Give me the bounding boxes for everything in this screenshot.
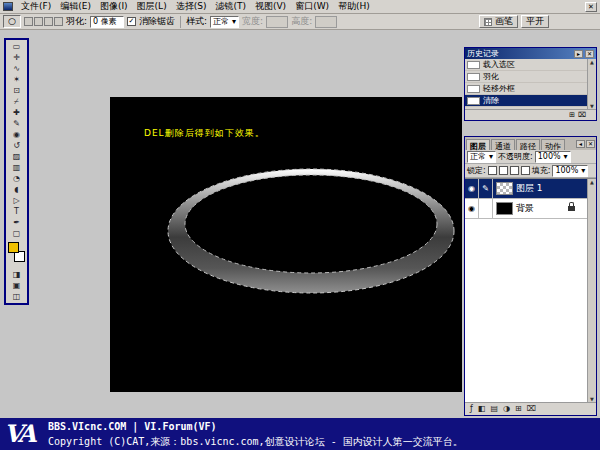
shape-tool-icon[interactable]: ▢	[6, 228, 27, 239]
document-icon	[3, 2, 13, 11]
menu-view[interactable]: 视图(V)	[251, 0, 290, 13]
layers-panel: 图层 通道 路径 动作 ◂ ✕ 正常 ▾ 不透明度: 100% ▾ 锁定: 填充…	[464, 136, 597, 416]
options-bar: ○ 羽化: 0 像素 ✓ 消除锯齿 样式: 正常 ▾ 宽度: 高度: 画笔 平开	[0, 14, 600, 30]
tab-paths[interactable]: 路径	[516, 139, 540, 150]
history-scrollbar[interactable]: ▲ ▼	[587, 59, 596, 109]
layer-name[interactable]: 图层 1	[516, 182, 543, 195]
new-layer-icon[interactable]: ⊞	[515, 403, 522, 415]
lock-all-checkbox[interactable]	[521, 166, 530, 175]
menu-file[interactable]: 文件(F)	[17, 0, 55, 13]
layer-set-icon[interactable]: ▤	[490, 403, 498, 415]
type-tool-icon[interactable]: T	[6, 206, 27, 217]
history-panel: 历史记录 ▸ ✕ 载入选区 羽化 轻移外框 清除	[464, 47, 597, 121]
selection-add-icon[interactable]	[34, 17, 43, 26]
fill-label: 填充:	[532, 165, 551, 176]
selection-new-icon[interactable]	[24, 17, 33, 26]
history-step-label: 轻移外框	[483, 83, 515, 94]
layer-style-icon[interactable]: ƒ	[470, 403, 473, 415]
menu-edit[interactable]: 编辑(E)	[56, 0, 95, 13]
brushes-palette-label: 画笔	[495, 15, 513, 28]
history-step-thumbnail	[467, 73, 480, 81]
menu-window[interactable]: 窗口(W)	[291, 0, 333, 13]
history-step-load-selection[interactable]: 载入选区	[465, 59, 587, 71]
history-step-feather[interactable]: 羽化	[465, 71, 587, 83]
crop-tool-icon[interactable]: ⊡	[6, 85, 27, 96]
tool-glyph: ✶	[13, 75, 20, 84]
float-palette-button[interactable]: 平开	[521, 15, 549, 28]
adjustment-layer-icon[interactable]: ◑	[503, 403, 510, 415]
healing-brush-tool-icon[interactable]: ✚	[6, 107, 27, 118]
quick-mask-icon[interactable]: ◨	[6, 269, 27, 280]
slice-tool-icon[interactable]: ⌿	[6, 96, 27, 107]
menu-select[interactable]: 选择(S)	[172, 0, 211, 13]
selection-subtract-icon[interactable]	[44, 17, 53, 26]
jump-to-imageready-icon[interactable]: ◫	[6, 291, 27, 302]
canvas[interactable]: DEL删除后得到如下效果。	[110, 97, 462, 392]
lock-transparency-checkbox[interactable]	[488, 166, 497, 175]
path-select-tool-icon[interactable]: ▷	[6, 195, 27, 206]
pen-tool-icon[interactable]: ✒	[6, 217, 27, 228]
active-brush-icon: ✎	[482, 184, 489, 193]
panel-menu-icon[interactable]: ▸	[574, 50, 583, 58]
scroll-up-icon[interactable]: ▲	[590, 179, 594, 185]
brushes-palette-button[interactable]: 画笔	[479, 15, 518, 28]
feather-input[interactable]: 0 像素	[90, 16, 124, 28]
dodge-tool-icon[interactable]: ◖	[6, 184, 27, 195]
blur-tool-icon[interactable]: ◔	[6, 173, 27, 184]
opacity-input[interactable]: 100% ▾	[535, 151, 571, 163]
layer-thumbnail[interactable]	[496, 182, 513, 195]
scroll-down-icon[interactable]: ▼	[590, 103, 594, 109]
menu-help[interactable]: 帮助(H)	[334, 0, 374, 13]
selection-intersect-icon[interactable]	[54, 17, 63, 26]
rect-marquee-tool-icon[interactable]: ▭	[6, 41, 27, 52]
tab-layers[interactable]: 图层	[466, 139, 490, 150]
layer-row-background[interactable]: ◉ 背景	[465, 199, 587, 219]
menu-layer[interactable]: 图层(L)	[133, 0, 171, 13]
lock-position-checkbox[interactable]	[510, 166, 519, 175]
new-snapshot-icon[interactable]: ⊞	[569, 109, 575, 121]
tab-channels[interactable]: 通道	[491, 139, 515, 150]
layer-mask-icon[interactable]: ◧	[478, 403, 486, 415]
delete-layer-icon[interactable]: ⌧	[527, 403, 536, 415]
selection-mode-icons[interactable]	[24, 17, 63, 26]
menu-filter[interactable]: 滤镜(T)	[211, 0, 250, 13]
delete-history-icon[interactable]: ⌧	[578, 109, 586, 121]
clone-stamp-tool-icon[interactable]: ◉	[6, 129, 27, 140]
chevron-down-icon: ▾	[581, 166, 585, 175]
layer-row-layer1[interactable]: ◉ ✎ 图层 1	[465, 179, 587, 199]
move-tool-icon[interactable]: ✛	[6, 52, 27, 63]
brush-tool-icon[interactable]: ✎	[6, 118, 27, 129]
layers-scrollbar[interactable]: ▲ ▼	[587, 179, 596, 402]
history-brush-tool-icon[interactable]: ↺	[6, 140, 27, 151]
antialias-checkbox[interactable]: ✓	[127, 17, 136, 26]
fill-input[interactable]: 100% ▾	[552, 165, 588, 177]
eye-icon[interactable]: ◉	[468, 184, 475, 193]
lasso-tool-icon[interactable]: ∿	[6, 63, 27, 74]
layer-name[interactable]: 背景	[516, 202, 534, 215]
magic-wand-tool-icon[interactable]: ✶	[6, 74, 27, 85]
screen-mode-icon[interactable]: ▣	[6, 280, 27, 291]
style-dropdown[interactable]: 正常 ▾	[210, 16, 239, 28]
panel-collapse-icon[interactable]: ◂	[576, 140, 585, 148]
tool-glyph: ◔	[13, 174, 20, 183]
foreground-color-swatch[interactable]	[8, 242, 19, 253]
history-step-clear[interactable]: 清除	[465, 95, 587, 107]
history-step-nudge-outline[interactable]: 轻移外框	[465, 83, 587, 95]
tab-actions[interactable]: 动作	[541, 139, 565, 150]
history-title-bar[interactable]: 历史记录 ▸ ✕	[465, 48, 596, 59]
blend-mode-dropdown[interactable]: 正常 ▾	[467, 151, 496, 163]
gradient-tool-icon[interactable]: ▥	[6, 162, 27, 173]
close-icon[interactable]: ✕	[585, 50, 594, 58]
close-icon[interactable]: ✕	[585, 2, 597, 12]
eraser-tool-icon[interactable]: ▨	[6, 151, 27, 162]
scroll-up-icon[interactable]: ▲	[590, 59, 594, 65]
height-input	[315, 16, 337, 28]
scroll-down-icon[interactable]: ▼	[590, 396, 594, 402]
footer-site-line: BBS.VIcnc.COM | VI.Forum(VF)	[48, 421, 217, 432]
eye-icon[interactable]: ◉	[468, 204, 475, 213]
menu-image[interactable]: 图像(I)	[96, 0, 132, 13]
layer-thumbnail[interactable]	[496, 202, 513, 215]
lock-pixels-checkbox[interactable]	[499, 166, 508, 175]
tool-preset-icon[interactable]: ○	[3, 15, 21, 28]
close-icon[interactable]: ✕	[586, 140, 595, 148]
